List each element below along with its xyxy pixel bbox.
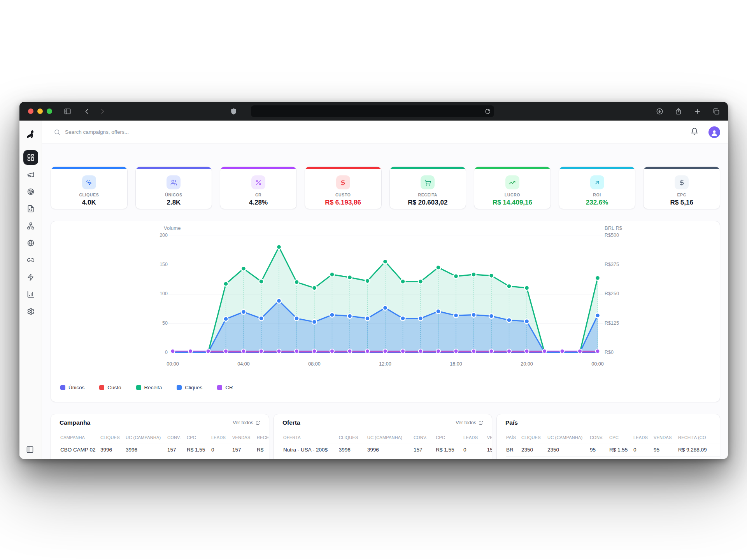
legend-item-cliques[interactable]: Cliques — [177, 385, 202, 390]
browser-window: Search campaigns, offers... CLIQUES 4.0K — [19, 102, 728, 459]
kpi-card-roi[interactable]: ROI 232.6% — [559, 166, 636, 209]
dog-logo[interactable] — [25, 128, 37, 141]
x-tick: 00:00 — [159, 361, 186, 367]
table-row[interactable]: Nutra - USA - 200$3996 3996157 R$ 1,550 … — [283, 443, 492, 457]
kpi-row: CLIQUES 4.0K ÚNICOS 2.8K CR — [51, 166, 720, 209]
left-axis-title: Volume — [164, 225, 181, 231]
collapse-sidebar-icon[interactable] — [26, 446, 35, 455]
kpi-value: 4.0K — [82, 199, 96, 206]
kpi-card-custo[interactable]: CUSTO R$ 6.193,86 — [305, 166, 382, 209]
search-input[interactable]: Search campaigns, offers... — [54, 129, 691, 136]
legend-item-receita[interactable]: Receita — [136, 385, 162, 390]
right-tick: R$125 — [605, 320, 619, 326]
kpi-card-cr[interactable]: CR 4.28% — [220, 166, 297, 209]
kpi-accent — [390, 167, 466, 169]
sidebar-item-reports[interactable] — [23, 287, 38, 302]
card-title: País — [505, 419, 518, 426]
file-code-icon — [27, 205, 35, 213]
kpi-card-epc[interactable]: EPC R$ 5,16 — [643, 166, 720, 209]
card-title: Oferta — [282, 419, 300, 426]
zoom-window-button[interactable] — [47, 108, 52, 114]
address-bar[interactable] — [251, 105, 494, 117]
external-link-icon — [256, 420, 260, 425]
kpi-card-cliques[interactable]: CLIQUES 4.0K — [51, 166, 128, 209]
legend-item-unicos[interactable]: Únicos — [60, 385, 84, 390]
forward-icon[interactable] — [98, 107, 107, 116]
percent-icon — [251, 175, 265, 189]
network-icon — [27, 222, 35, 230]
share-icon[interactable] — [673, 107, 683, 116]
left-tick: 150 — [140, 262, 168, 267]
legend-label: CR — [225, 385, 233, 390]
close-window-button[interactable] — [28, 108, 33, 114]
volume-chart-card: Volume BRL R$ 200 150 100 50 0 R$500 R$3… — [51, 221, 720, 402]
sidebar-item-dashboard[interactable] — [23, 150, 38, 165]
zap-icon — [27, 273, 35, 281]
sidebar-item-offers[interactable] — [23, 184, 38, 199]
sidebar-item-automation[interactable] — [23, 270, 38, 285]
back-icon[interactable] — [82, 107, 91, 116]
pais-table: PAÍSCLIQUES UC (CAMPANHA)CONV. CPCLEADS … — [506, 431, 720, 459]
kpi-value: R$ 20.603,02 — [408, 199, 447, 206]
sidebar-item-settings[interactable] — [23, 304, 38, 319]
reload-icon[interactable] — [483, 107, 492, 116]
kpi-accent — [136, 167, 212, 169]
table-row[interactable]: PT636 63620 R$ 1,550 20R$ 3.484,10 — [506, 457, 720, 459]
ver-todos-link[interactable]: Ver todos — [456, 420, 483, 425]
legend-swatch — [136, 385, 141, 390]
kpi-value: R$ 6.193,86 — [325, 199, 361, 206]
bell-icon[interactable] — [691, 128, 700, 137]
kpi-label: RECEITA — [418, 192, 438, 197]
app-topbar: Search campaigns, offers... — [42, 121, 728, 144]
kpi-value: 232.6% — [586, 199, 608, 206]
dollar-icon — [336, 175, 350, 189]
pais-card: País PAÍSCLIQUES UC (CAMPANHA)CONV. CPCL… — [496, 414, 720, 459]
kpi-accent — [644, 167, 720, 169]
legend-item-cr[interactable]: CR — [217, 385, 233, 390]
external-link-icon — [479, 420, 483, 425]
legend-label: Custo — [107, 385, 121, 390]
legend-label: Cliques — [185, 385, 202, 390]
megaphone-icon — [27, 171, 35, 178]
avatar[interactable] — [708, 126, 720, 138]
x-tick: 00:00 — [584, 361, 611, 367]
search-placeholder: Search campaigns, offers... — [65, 129, 129, 135]
time-series-chart[interactable] — [170, 231, 601, 365]
table-row[interactable]: CBO CAMP 023996 3996157 R$ 1,550 157R$ — [60, 443, 269, 457]
ver-todos-link[interactable]: Ver todos — [233, 420, 260, 425]
kpi-card-unicos[interactable]: ÚNICOS 2.8K — [135, 166, 212, 209]
kpi-card-lucro[interactable]: LUCRO R$ 14.409,16 — [474, 166, 551, 209]
sidebar-item-campaigns[interactable] — [23, 167, 38, 182]
target-icon — [27, 188, 35, 196]
legend-label: Receita — [144, 385, 162, 390]
legend-label: Únicos — [68, 385, 84, 390]
left-tick: 0 — [140, 350, 168, 355]
sidebar-item-links[interactable] — [23, 253, 38, 268]
kpi-card-receita[interactable]: RECEITA R$ 20.603,02 — [389, 166, 466, 209]
sidebar-item-landers[interactable] — [23, 201, 38, 216]
kpi-accent — [305, 167, 381, 169]
sidebar-item-funnels[interactable] — [23, 219, 38, 233]
legend-item-custo[interactable]: Custo — [99, 385, 121, 390]
right-tick: R$375 — [605, 262, 619, 267]
left-tick: 100 — [140, 291, 168, 296]
sidebar-toggle-icon[interactable] — [63, 107, 72, 116]
right-tick: R$500 — [605, 233, 619, 238]
table-row[interactable]: BR2350 235095 R$ 1,550 95R$ 9.288,09 — [506, 443, 720, 457]
kpi-value: R$ 14.409,16 — [493, 199, 532, 206]
campanha-table: CAMPANHACLIQUES UC (CAMPANHA)CONV. CPCLE… — [60, 431, 269, 456]
new-tab-icon[interactable] — [693, 107, 702, 116]
right-tick: R$0 — [605, 350, 614, 355]
downloads-icon[interactable] — [655, 107, 664, 116]
search-icon — [54, 129, 61, 136]
x-tick: 04:00 — [230, 361, 257, 367]
shield-icon[interactable] — [229, 107, 238, 116]
kpi-label: CUSTO — [335, 192, 351, 197]
sidebar-item-domains[interactable] — [23, 236, 38, 250]
legend-swatch — [217, 385, 222, 390]
minimize-window-button[interactable] — [37, 108, 43, 114]
x-tick: 16:00 — [442, 361, 470, 367]
globe-icon — [27, 239, 35, 247]
dashboard-main: CLIQUES 4.0K ÚNICOS 2.8K CR — [42, 144, 728, 459]
tab-overview-icon[interactable] — [711, 107, 721, 116]
